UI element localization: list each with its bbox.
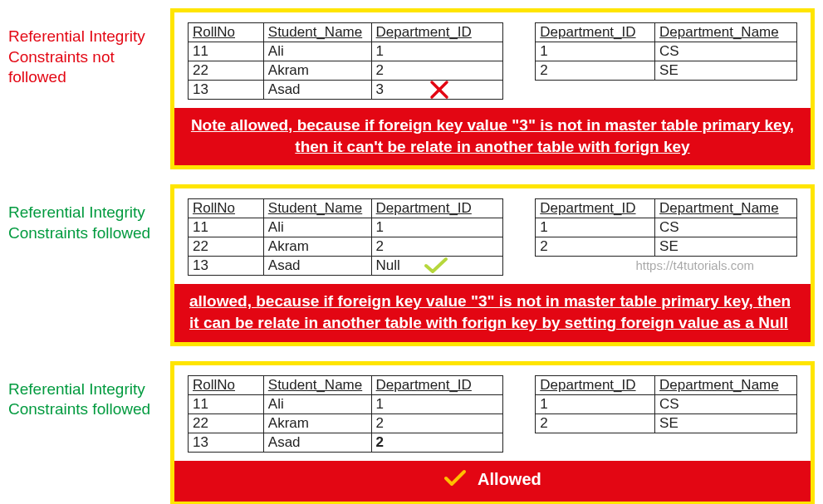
section-followed-null: Referential Integrity Constraints follow… [8,184,815,345]
cell: 22 [189,413,264,433]
table-row: 22 Akram 2 [189,237,503,257]
allowed-text: Allowed [478,469,541,487]
note-bar: Note allowed, because if foreign key val… [174,108,811,165]
col-header: RollNo [189,23,264,42]
cell: Akram [263,413,371,433]
cross-icon [429,79,450,105]
cell: 1 [371,42,503,61]
table-header-row: Department_ID Department_Name [536,23,797,42]
panel-1: RollNo Student_Name Department_ID 11 Ali… [170,8,815,169]
col-header: Department_ID [371,23,503,42]
cell: Akram [263,61,371,81]
cell: 2 [536,413,655,433]
cell: 2 [536,237,655,257]
col-header: Student_Name [263,375,371,394]
note-bar: allowed, because if foreign key value "3… [174,284,811,341]
cell: 11 [189,218,264,237]
department-table: Department_ID Department_Name 1 CS 2 SE [535,375,797,433]
cell-null-fk: Null [371,257,503,276]
cell: Ali [263,394,371,413]
cell: SE [655,237,797,257]
table-row: 1 CS [536,394,797,413]
table-header-row: RollNo Student_Name Department_ID [189,375,503,394]
cell: SE [655,413,797,433]
check-icon [424,257,448,279]
table-row: 2 SE [536,237,797,257]
table-row: 11 Ali 1 [189,218,503,237]
section-label: Referential Integrity Constraints follow… [8,184,170,243]
cell: CS [655,42,797,61]
cell: 2 [371,413,503,433]
cell: 2 [536,61,655,81]
table-row: 13 Asad Null [189,257,503,276]
cell: 13 [189,257,264,276]
table-row: 13 Asad 2 [189,433,503,452]
student-table: RollNo Student_Name Department_ID 11 Ali… [188,22,503,100]
section-not-followed: Referential Integrity Constraints not fo… [8,8,815,169]
col-header: Department_Name [655,375,797,394]
panel-2: RollNo Student_Name Department_ID 11 Ali… [170,184,815,345]
tables-wrap: RollNo Student_Name Department_ID 11 Ali… [174,12,811,108]
cell: 2 [371,61,503,81]
cell: CS [655,394,797,413]
student-table: RollNo Student_Name Department_ID 11 Ali… [188,375,503,453]
col-header: Department_Name [655,23,797,42]
table-header-row: RollNo Student_Name Department_ID [189,23,503,42]
col-header: RollNo [189,375,264,394]
cell: 11 [189,394,264,413]
table-header-row: RollNo Student_Name Department_ID [189,199,503,218]
table-row: 13 Asad 3 [189,81,503,100]
cell: 13 [189,433,264,452]
table-header-row: Department_ID Department_Name [536,199,797,218]
cell: Ali [263,218,371,237]
col-header: Department_ID [536,375,655,394]
department-table: Department_ID Department_Name 1 CS 2 SE [535,22,797,81]
panel-3: RollNo Student_Name Department_ID 11 Ali… [170,361,815,504]
col-header: Department_Name [655,199,797,218]
table-row: 11 Ali 1 [189,42,503,61]
cell: 1 [536,42,655,61]
table-row: 22 Akram 2 [189,61,503,81]
table-row: 1 CS [536,218,797,237]
svg-line-1 [432,82,447,97]
section-followed-valid: Referential Integrity Constraints follow… [8,361,815,504]
cell: 1 [536,394,655,413]
cell: SE [655,61,797,81]
table-row: 1 CS [536,42,797,61]
cell: 1 [371,218,503,237]
cell: 2 [371,237,503,257]
section-label: Referential Integrity Constraints follow… [8,361,170,420]
cell: Asad [263,81,371,100]
col-header: Department_ID [371,199,503,218]
table-row: 11 Ali 1 [189,394,503,413]
table-header-row: Department_ID Department_Name [536,375,797,394]
cell: Akram [263,237,371,257]
cell-invalid-fk: 3 [371,81,503,100]
cell: 1 [536,218,655,237]
cell: CS [655,218,797,237]
department-table: Department_ID Department_Name 1 CS 2 SE [535,198,797,257]
svg-line-0 [432,82,447,97]
col-header: Student_Name [263,199,371,218]
table-row: 22 Akram 2 [189,413,503,433]
col-header: RollNo [189,199,264,218]
allowed-bar: Allowed [174,461,811,502]
cell: Asad [263,257,371,276]
section-label: Referential Integrity Constraints not fo… [8,8,170,88]
cell: 22 [189,237,264,257]
cell: Ali [263,42,371,61]
col-header: Department_ID [371,375,503,394]
table-row: 2 SE [536,413,797,433]
check-icon [443,469,467,492]
col-header: Department_ID [536,23,655,42]
col-header: Department_ID [536,199,655,218]
col-header: Student_Name [263,23,371,42]
tables-wrap: RollNo Student_Name Department_ID 11 Ali… [174,188,811,284]
cell: 13 [189,81,264,100]
cell: 1 [371,394,503,413]
cell: 22 [189,61,264,81]
table-row: 2 SE [536,61,797,81]
cell-value: 3 [376,81,384,97]
tables-wrap: RollNo Student_Name Department_ID 11 Ali… [174,365,811,461]
cell: 11 [189,42,264,61]
